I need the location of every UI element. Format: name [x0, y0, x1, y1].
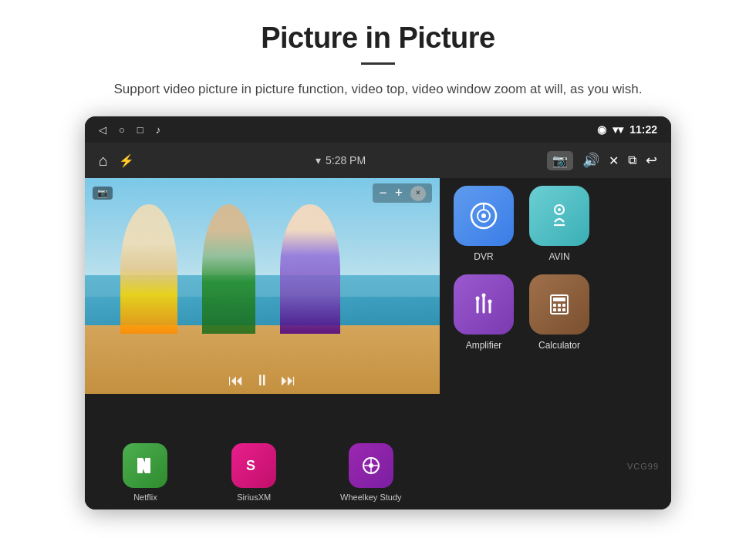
- person-3: [280, 204, 340, 334]
- page-subtitle: Support video picture in picture functio…: [113, 79, 642, 99]
- pip-icon[interactable]: ⧉: [628, 153, 636, 167]
- pip-playbar: ⏮ ⏸ ⏭: [91, 372, 434, 389]
- calculator-icon-box: [529, 274, 589, 335]
- pip-next-button[interactable]: ⏭: [281, 372, 296, 389]
- app-icon-dvr[interactable]: DVR: [454, 186, 514, 262]
- siriusxm-icon-box: S: [231, 443, 276, 488]
- page-title: Picture in Picture: [261, 22, 495, 55]
- svg-point-2: [481, 214, 486, 218]
- pip-minus-button[interactable]: −: [379, 185, 386, 201]
- home-icon[interactable]: ⌂: [99, 152, 108, 170]
- avin-icon: [545, 202, 573, 230]
- svg-point-26: [369, 463, 373, 468]
- calculator-icon: [546, 291, 572, 318]
- camera-button[interactable]: 📷: [547, 151, 573, 170]
- app-bar: ⌂ ⚡ ▾ 5:28 PM 📷 🔊 ✕ ⧉ ↩: [85, 143, 671, 178]
- svg-rect-18: [553, 308, 556, 311]
- wifi-icon: ▾: [316, 154, 321, 166]
- svg-point-5: [558, 208, 561, 211]
- pip-camera-indicator: 📷: [93, 187, 113, 200]
- wheelkey-icon-box: [349, 443, 393, 488]
- svg-point-10: [476, 297, 480, 301]
- calculator-label: Calculator: [538, 340, 580, 351]
- dvr-icon-box: [454, 186, 514, 246]
- app-icon-avin[interactable]: AVIN: [529, 186, 589, 262]
- app-bar-right: 📷 🔊 ✕ ⧉ ↩: [547, 151, 657, 170]
- siriusxm-label: SiriusXM: [237, 493, 271, 502]
- netflix-icon-box: [123, 443, 167, 488]
- svg-rect-23: [145, 458, 150, 473]
- pip-close-icon: ×: [416, 187, 421, 199]
- amplifier-label: Amplifier: [466, 340, 502, 351]
- pip-container[interactable]: 📷 − + × ⏮ ⏸ ⏭: [85, 178, 440, 394]
- watermark: VCG99: [627, 462, 659, 471]
- apps-grid-section: DVR AVIN: [440, 178, 671, 509]
- recents-nav-icon[interactable]: □: [137, 124, 143, 136]
- device-frame: ◁ ○ □ ♪ ◉ ▾▾ 11:22 ⌂ ⚡ ▾ 5:28 PM 📷: [85, 116, 671, 509]
- svg-rect-19: [558, 308, 561, 311]
- main-content: 📷 − + × ⏮ ⏸ ⏭: [85, 178, 671, 509]
- appbar-time: 5:28 PM: [326, 154, 366, 166]
- pip-close-button[interactable]: ×: [410, 186, 426, 201]
- wifi-signal-icon: ▾▾: [613, 123, 623, 136]
- person-2: [202, 204, 255, 334]
- svg-rect-17: [562, 304, 565, 307]
- volume-icon[interactable]: 🔊: [582, 152, 599, 169]
- status-time: 11:22: [629, 123, 657, 136]
- person-1: [120, 204, 177, 334]
- title-divider: [361, 62, 395, 65]
- amplifier-icon-box: [454, 274, 514, 335]
- svg-rect-16: [558, 304, 561, 307]
- app-icon-calculator[interactable]: Calculator: [529, 274, 589, 351]
- svg-rect-20: [562, 308, 565, 311]
- pip-play-button[interactable]: ⏸: [255, 372, 270, 389]
- status-bar-right: ◉ ▾▾ 11:22: [597, 123, 657, 136]
- apps-row-2: Amplifier: [454, 274, 657, 351]
- siriusxm-icon: S: [243, 455, 265, 476]
- netflix-label: Netflix: [133, 493, 157, 502]
- back-icon[interactable]: ↩: [646, 152, 657, 169]
- apps-row-1: DVR AVIN: [454, 186, 657, 262]
- avin-label: AVIN: [548, 251, 569, 262]
- pip-toolbar: 📷 − + ×: [88, 181, 437, 205]
- status-bar: ◁ ○ □ ♪ ◉ ▾▾ 11:22: [85, 116, 671, 143]
- svg-rect-14: [553, 298, 565, 301]
- app-bar-left: ⌂ ⚡: [99, 152, 134, 170]
- pip-plus-button[interactable]: +: [395, 185, 403, 201]
- svg-text:S: S: [246, 458, 255, 473]
- pip-prev-button[interactable]: ⏮: [228, 372, 244, 389]
- pip-camera-icon: 📷: [97, 188, 108, 198]
- pip-controls: − + ×: [373, 183, 432, 203]
- svg-point-12: [488, 300, 492, 304]
- status-bar-left: ◁ ○ □ ♪: [99, 124, 160, 136]
- app-bar-center: ▾ 5:28 PM: [316, 154, 366, 166]
- avin-icon-box: [529, 186, 589, 246]
- location-icon: ◉: [597, 123, 606, 136]
- amplifier-icon: [470, 291, 498, 318]
- netflix-icon: [134, 455, 156, 476]
- app-icon-wheelkey[interactable]: Wheelkey Study: [340, 443, 401, 502]
- page-wrapper: Picture in Picture Support video picture…: [0, 0, 756, 509]
- svg-rect-15: [553, 304, 556, 307]
- pip-video: 📷 − + × ⏮ ⏸ ⏭: [85, 178, 440, 394]
- wheelkey-label: Wheelkey Study: [340, 493, 401, 502]
- back-nav-icon[interactable]: ◁: [99, 124, 106, 136]
- music-nav-icon[interactable]: ♪: [156, 124, 161, 136]
- dvr-label: DVR: [474, 251, 493, 262]
- bottom-apps-row: Netflix S SiriusXM: [85, 435, 440, 509]
- svg-point-11: [482, 294, 486, 298]
- app-icon-siriusxm[interactable]: S SiriusXM: [231, 443, 276, 502]
- usb-icon: ⚡: [119, 153, 134, 168]
- app-icon-amplifier[interactable]: Amplifier: [454, 274, 514, 351]
- wheelkey-icon: [360, 455, 382, 476]
- home-nav-icon[interactable]: ○: [119, 124, 125, 136]
- dvr-icon: [469, 201, 498, 230]
- app-icon-netflix[interactable]: Netflix: [123, 443, 167, 502]
- close-icon[interactable]: ✕: [609, 153, 619, 168]
